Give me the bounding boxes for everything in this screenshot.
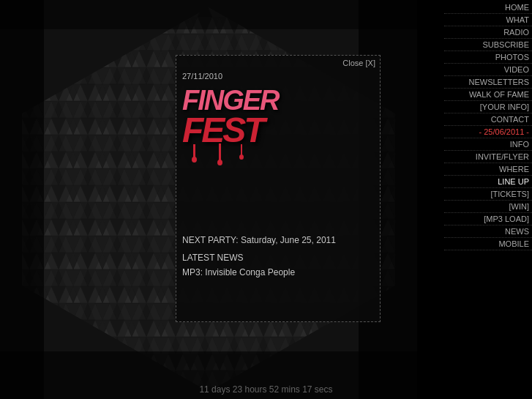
mp3-text: MP3: Invisible Conga People: [182, 267, 374, 277]
nav-video[interactable]: VIDEO: [444, 64, 532, 76]
nav-tickets[interactable]: [TICKETS]: [444, 188, 532, 201]
svg-rect-8: [0, 0, 44, 399]
nav-info[interactable]: INFO: [444, 138, 532, 151]
nav-where[interactable]: WHERE: [444, 163, 532, 176]
blood-drip-3: [241, 144, 242, 157]
nav-invite-flyer[interactable]: INVITE/FLYER: [444, 151, 532, 163]
nav-home[interactable]: HOME: [444, 1, 532, 14]
latest-news-text: LATEST NEWS: [182, 253, 374, 263]
nav-walk-of-fame[interactable]: WALK OF FAME: [444, 89, 532, 101]
nav-news[interactable]: NEWS: [444, 225, 532, 238]
next-party-text: NEXT PARTY: Saturday, June 25, 2011: [182, 235, 374, 245]
nav-mobile[interactable]: MOBILE: [444, 238, 532, 250]
nav-radio[interactable]: RADIO: [444, 26, 532, 39]
logo-area: FINGER FEST: [182, 86, 292, 174]
popup-content: NEXT PARTY: Saturday, June 25, 2011 LATE…: [182, 235, 374, 277]
nav-photos[interactable]: PHOTOS: [444, 51, 532, 64]
countdown-timer: 11 days 23 hours 52 mins 17 secs: [0, 384, 532, 395]
nav-win[interactable]: [WIN]: [444, 201, 532, 213]
nav-subscribe[interactable]: SUBSCRIBE: [444, 39, 532, 51]
nav-contact[interactable]: CONTACT: [444, 113, 532, 126]
nav-newsletters[interactable]: NEWSLETTERS: [444, 76, 532, 89]
logo-fest-text: FEST: [182, 114, 263, 146]
blood-drip-2: [219, 143, 221, 162]
svg-rect-10: [0, 0, 417, 29]
nav-what[interactable]: WHAT: [444, 14, 532, 26]
popup-box: Close [X] 27/11/2010 FINGER FEST NEXT PA…: [176, 55, 381, 322]
nav-mp3-load[interactable]: [MP3 LOAD]: [444, 213, 532, 225]
popup-date: 27/11/2010: [182, 72, 222, 81]
close-button[interactable]: Close [X]: [342, 59, 375, 67]
blood-drip-1: [193, 144, 195, 159]
right-navigation: HOME WHAT RADIO SUBSCRIBE PHOTOS VIDEO N…: [444, 0, 532, 250]
nav-your-info[interactable]: [YOUR INFO]: [444, 101, 532, 113]
nav-lineup[interactable]: LINE UP: [444, 176, 532, 188]
nav-date[interactable]: - 25/06/2011 -: [444, 126, 532, 138]
